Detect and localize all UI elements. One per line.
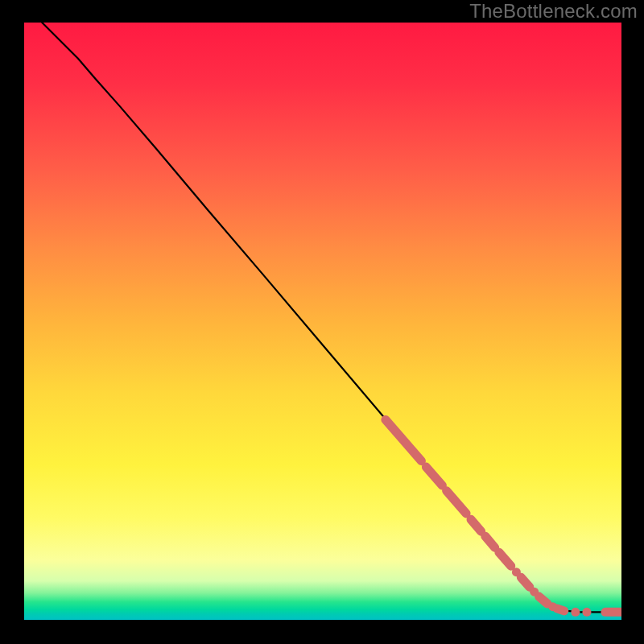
curve-marker-segment — [557, 609, 564, 611]
curve-marker-segment — [485, 536, 495, 547]
curve-marker-segment — [386, 419, 422, 460]
curve-marker-segment — [499, 552, 511, 566]
curve-markers — [386, 419, 621, 616]
plot-area — [24, 23, 621, 620]
watermark-text: TheBottleneck.com — [469, 0, 638, 23]
chart-canvas: TheBottleneck.com — [0, 0, 644, 644]
curve-marker-segment — [426, 467, 442, 485]
curve-marker-segment — [539, 597, 547, 604]
curve-marker-segment — [471, 519, 481, 531]
curve-marker-dot — [571, 608, 580, 617]
curve-marker-dot — [582, 608, 591, 617]
curve-marker-segment — [447, 491, 466, 514]
curve-marker-segment — [521, 577, 529, 587]
curve-line — [42, 23, 621, 612]
chart-svg — [24, 23, 621, 620]
